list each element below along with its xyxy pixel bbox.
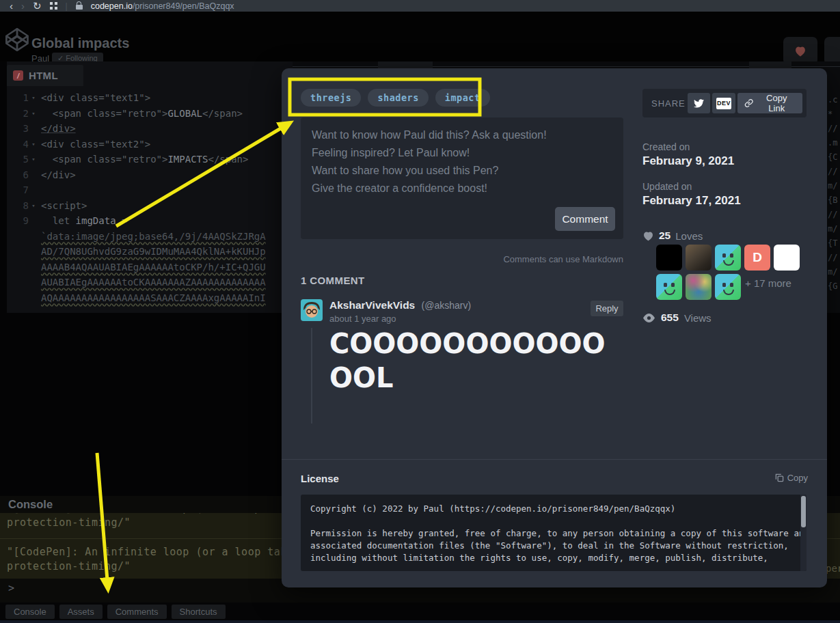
background-code-fragment: .c [828, 93, 840, 107]
console-prompt[interactable]: > [8, 582, 14, 594]
fold-arrow-icon [29, 121, 38, 137]
browser-bar: ‹ › ↻ | codepen.io/prisoner849/pen/BaQzq… [0, 0, 840, 12]
fold-arrow-icon[interactable]: ▾ [29, 90, 38, 106]
placeholder-line: Feeling inspired? Let Paul know! [312, 144, 612, 162]
js-tab-sliver [749, 61, 791, 68]
reply-button[interactable]: Reply [591, 301, 623, 316]
copy-icon [775, 473, 784, 482]
code-text: <span class="retro">IMPACTS</span> [41, 152, 248, 167]
codepen-logo-icon[interactable] [5, 28, 29, 51]
code-text: let imgData = [41, 213, 127, 229]
line-number-empty [5, 244, 29, 260]
tags-row: threejsshadersimpact [301, 89, 490, 107]
background-code-fragment: .m [828, 136, 840, 150]
html-code-area[interactable]: 1▾<div class="text1">2▾ <span class="ret… [5, 90, 290, 309]
lover-avatar-smiley[interactable] [715, 274, 741, 300]
code-text: <div class="text1"> [41, 90, 150, 106]
lover-avatar-white[interactable] [774, 245, 800, 271]
tag-impact[interactable]: impact [435, 89, 490, 107]
footer-tab-assets[interactable]: Assets [59, 605, 103, 619]
twitter-icon [694, 99, 704, 108]
background-code-fragment: // [828, 165, 840, 179]
url-path: /prisoner849/pen/BaQzqqx [133, 1, 234, 11]
code-line: 7 [5, 182, 290, 198]
license-scrollbar-thumb[interactable] [801, 496, 806, 527]
line-number: 3 [5, 121, 29, 137]
footer-tab-shortcuts[interactable]: Shortcuts [172, 605, 226, 619]
license-copy-button[interactable]: Copy [775, 473, 808, 483]
base64-text: AD/7QN8UGhvdG9zaG9wIDMuMAA4QklNA+kKUHJp [41, 244, 266, 260]
console-title: Console [8, 498, 53, 511]
fold-arrow-icon[interactable]: ▾ [29, 152, 38, 167]
fold-arrow-icon[interactable]: ▾ [29, 106, 38, 122]
comment-form[interactable]: Want to know how Paul did this? Ask a qu… [301, 117, 623, 239]
forward-icon[interactable]: › [21, 0, 25, 12]
lover-avatar-smiley[interactable] [656, 274, 682, 300]
commenter-handle[interactable]: (@aksharv) [422, 300, 472, 311]
copy-link-button[interactable]: Copy Link [737, 93, 802, 113]
background-code-fragment: {G [828, 279, 840, 294]
updated-label: Updated on [642, 181, 692, 192]
code-wrapped-line: AD/7QN8UGhvdG9zaG9wIDMuMAA4QklNA+kKUHJp [5, 244, 290, 260]
fold-empty [29, 229, 38, 245]
more-lovers-link[interactable]: + 17 more [745, 277, 791, 289]
address-bar[interactable]: codepen.io/prisoner849/pen/BaQzqqx [91, 1, 234, 11]
code-text: </div> [41, 167, 76, 183]
commenter-avatar[interactable] [301, 299, 323, 321]
comment-submit-button[interactable]: Comment [555, 207, 615, 231]
edge-button[interactable] [824, 37, 840, 65]
code-wrapped-line: `data:image/jpeg;base64,/9j/4AAQSkZJRgA [5, 229, 290, 245]
line-number: 7 [5, 182, 29, 198]
tag-threejs[interactable]: threejs [301, 89, 361, 107]
lover-avatar-art[interactable] [686, 274, 712, 300]
code-highlight-token: IMPACTS [167, 154, 208, 165]
markdown-hint: Comments can use Markdown [301, 254, 623, 264]
html-editor-tab[interactable]: / HTML [7, 65, 83, 86]
code-line: 6</div> [5, 167, 290, 183]
lover-avatar-photo[interactable] [686, 245, 712, 271]
url-host: codepen.io [91, 1, 133, 11]
code-text: <script> [41, 198, 87, 214]
code-wrapped-line: AUABIAEgAAAAAAtoCKAAAAAAAZAAAAAAAAAAAAA [5, 275, 290, 290]
views-label: Views [684, 312, 712, 324]
fold-arrow-icon [29, 167, 38, 183]
bottom-edge-strip [0, 620, 840, 623]
line-number: 9 [5, 213, 29, 229]
background-code-fragment: m/ [828, 265, 840, 279]
lover-avatar-black[interactable] [656, 245, 682, 271]
fold-empty [29, 260, 38, 275]
footer-tab-console[interactable]: Console [5, 605, 55, 619]
license-code-block: Copyright (c) 2022 by Paul (https://code… [301, 495, 807, 571]
lover-avatar-smiley[interactable] [715, 245, 741, 271]
back-icon[interactable]: ‹ [10, 0, 13, 12]
line-number: 5 [5, 152, 29, 167]
footer-tab-comments[interactable]: Comments [107, 605, 167, 619]
line-number: 4 [5, 137, 29, 152]
fold-arrow-icon[interactable]: ▾ [29, 198, 38, 214]
code-line: 8▾<script> [5, 198, 290, 214]
lover-avatar-dev[interactable]: D [744, 245, 770, 271]
loves-count: 25 [659, 230, 670, 242]
share-dev-button[interactable]: DEV [712, 93, 735, 113]
base64-text: AQAAAAAAAAAAAAAAAAASAAACZAAAAxgAAAAAInI [41, 290, 266, 306]
fold-arrow-icon [29, 182, 38, 198]
share-bar: SHARE DEV Copy Link [642, 89, 807, 117]
console-text-sliver: per [826, 563, 840, 574]
code-line: 4▾<div class="text2"> [5, 137, 290, 152]
commenter-name[interactable]: AksharVivekVids [329, 299, 415, 311]
background-code-fragment: {C [828, 150, 840, 165]
tag-shaders[interactable]: shaders [368, 89, 428, 107]
background-js-code-strip: .c*//.m{C//m/{B//m/{T//m/{G [828, 93, 840, 294]
reload-icon[interactable]: ↻ [33, 0, 42, 12]
dev-icon: DEV [716, 98, 731, 109]
apps-grid-icon[interactable] [50, 2, 57, 10]
toolbar-divider: | [66, 1, 68, 11]
css-tab-sliver [378, 61, 433, 68]
codepen-screen: ‹ › ↻ | codepen.io/prisoner849/pen/BaQzq… [0, 0, 840, 623]
fold-arrow-icon[interactable]: ▾ [29, 137, 38, 152]
love-button[interactable] [783, 37, 817, 65]
share-twitter-button[interactable] [688, 93, 710, 113]
license-scrollbar[interactable] [800, 495, 807, 571]
placeholder-line: Give the creator a confidence boost! [312, 180, 612, 197]
line-number: 1 [5, 90, 29, 106]
